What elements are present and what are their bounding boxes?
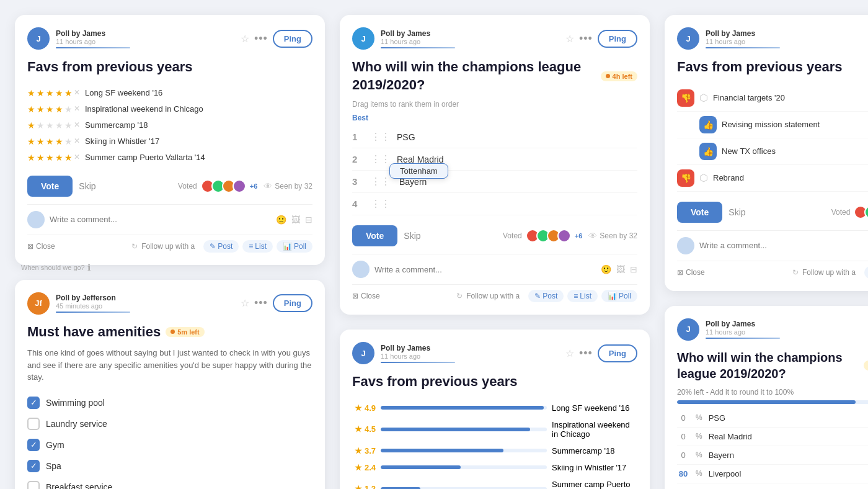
image-icon-2[interactable]: 🖼 (616, 264, 625, 274)
dragging-item: Tottenham (389, 163, 448, 179)
card1-more-button[interactable]: ••• (254, 32, 268, 45)
card3-vote-button[interactable]: Vote (677, 202, 722, 223)
card6-avatar: J (677, 318, 699, 341)
card2-comment-input[interactable] (374, 265, 596, 274)
option-item-1: 👎 ⬡ Financial targets '20 (677, 85, 868, 112)
card1-poll-btn[interactable]: 📊 Poll (277, 240, 312, 253)
result-row-1: ★4.9 Long SF weekend '16 (352, 400, 637, 416)
card2-ping-button[interactable]: Ping (598, 30, 637, 48)
card5-meta: Poll by James 11 hours ago (381, 344, 559, 363)
card1-vote-button[interactable]: Vote (27, 176, 73, 197)
checkbox-item-2: Laundry service (27, 413, 312, 434)
checkbox-item-5: Breakfast service (27, 477, 312, 489)
drag-handle-2[interactable]: ⋮⋮ (371, 153, 391, 165)
card1-close[interactable]: ⊠ Close (27, 242, 55, 251)
champ-item-5: 0 % Man. City (677, 483, 868, 489)
checkbox-spa[interactable]: ✓ (27, 460, 40, 472)
card5-title: Favs from previous years (352, 373, 637, 391)
emoji-icon-2[interactable]: 🙂 (601, 264, 611, 274)
rank-item-4: 4 ⋮⋮ (352, 193, 637, 215)
card1-vote-row: Vote Skip Voted +6 👁 Seen by 32 (27, 176, 312, 197)
card2-time: 11 hours ago (381, 38, 559, 45)
checkbox-item-4: ✓ Spa (27, 455, 312, 477)
card1-underline (56, 47, 130, 48)
card3-avatar: J (677, 27, 699, 50)
card1-actions: ☆ ••• Ping (241, 30, 312, 48)
card-amenities: When should we go? ℹ Jf Poll by Jefferso… (15, 280, 325, 489)
card-champions-results: J Poll by James 11 hours ago ☆ Who will … (665, 306, 868, 489)
card2-close[interactable]: ⊠ Close (352, 292, 380, 300)
card4-ping-button[interactable]: Ping (273, 294, 312, 312)
card5-star-button[interactable]: ☆ (565, 348, 574, 359)
result-bar-1 (378, 400, 549, 416)
emoji-icon[interactable]: 🙂 (276, 215, 286, 225)
card6-title-row: Who will win the champions league 2019/2… (677, 349, 868, 382)
card2-poll-btn[interactable]: 📊 Poll (601, 290, 637, 302)
card2-star-button[interactable]: ☆ (565, 33, 574, 45)
voted-avatars-3 (854, 205, 868, 219)
card1-avatar: J (27, 27, 50, 50)
card3-comment-input[interactable] (699, 241, 868, 250)
card3-vote-row: Vote Skip Voted +2 (677, 202, 868, 223)
card4-poll-by: Poll by Jefferson (56, 294, 234, 302)
rating-item-4: ★ ★ ★ ★ ★ ✕ Skiing in Whistler '17 (27, 133, 312, 150)
checkbox-laundry-service[interactable] (27, 418, 40, 430)
checkbox-item-1: ✓ Swimming pool (27, 392, 312, 413)
card2-title: Who will win the champions league 2019/2… (352, 58, 596, 94)
card2-voted-info: Voted +6 (503, 229, 582, 243)
drag-handle-1[interactable]: ⋮⋮ (371, 131, 391, 143)
card3-skip-button[interactable]: Skip (728, 207, 745, 217)
champ-item-4: 80 % Liverpool (677, 465, 868, 483)
card1-skip-button[interactable]: Skip (79, 181, 95, 191)
result-score-2: ★4.5 (352, 416, 378, 442)
card4-header: Jf Poll by Jefferson 45 minutes ago ☆ ••… (27, 292, 312, 315)
card2-drag-hint: Drag items to rank them in order (352, 100, 637, 109)
card3-comment-avatar (677, 237, 694, 254)
card2-more-button[interactable]: ••• (579, 32, 593, 45)
drag-handle-3[interactable]: ⋮⋮ (371, 176, 391, 187)
card4-context-label: When should we go? ℹ (21, 262, 91, 272)
card4-actions: ☆ ••• Ping (241, 294, 312, 312)
attachment-icon-2[interactable]: ⊟ (630, 264, 637, 274)
attachment-icon[interactable]: ⊟ (305, 215, 312, 225)
thumbup-3: 👍 (699, 143, 717, 160)
result-score-3: ★3.7 (352, 442, 378, 459)
card5-ping-button[interactable]: Ping (598, 344, 637, 362)
result-bar-4 (378, 459, 549, 476)
card2-vote-button[interactable]: Vote (352, 225, 397, 246)
card2-list-btn[interactable]: ≡ List (567, 290, 598, 302)
card3-title: Favs from previous years (677, 58, 868, 76)
card2-post-btn[interactable]: ✎ Post (528, 290, 564, 302)
card4-more-button[interactable]: ••• (254, 297, 268, 310)
card4-title: Must have amenities (27, 323, 161, 341)
card1-ping-button[interactable]: Ping (273, 30, 312, 48)
card2-skip-button[interactable]: Skip (404, 231, 420, 241)
card1-comment-input[interactable] (50, 215, 271, 224)
image-icon[interactable]: 🖼 (291, 215, 300, 225)
card2-underline (381, 47, 455, 48)
rating-stars-1: ★ ★ ★ ★ ★ ✕ (27, 88, 80, 98)
checkbox-swimming-pool[interactable]: ✓ (27, 397, 40, 409)
card2-poll-by: Poll by James (381, 29, 559, 38)
card3-close[interactable]: ⊠ Close (677, 268, 705, 277)
card1-list-btn[interactable]: ≡ List (242, 240, 273, 253)
result-bar-3 (378, 442, 549, 459)
checkbox-gym[interactable]: ✓ (27, 439, 40, 451)
card4-title-row: Must have amenities 5m left (27, 323, 312, 341)
checkbox-breakfast[interactable] (27, 481, 40, 489)
card2-vote-row: Vote Skip Voted +6 👁 Seen by 32 (352, 225, 637, 246)
card4-star-button[interactable]: ☆ (241, 297, 249, 309)
card2-header: J Poll by James 11 hours ago ☆ ••• Ping (352, 27, 637, 50)
card6-timer: 4h left (864, 361, 868, 370)
card3-follow: ↻ Follow up with a (792, 268, 856, 277)
card3-poll-btn[interactable]: 📊 Poll (864, 266, 868, 279)
card1-post-btn[interactable]: ✎ Post (203, 240, 239, 253)
card5-more-button[interactable]: ••• (579, 347, 593, 360)
result-score-5: ★1.2 (352, 476, 378, 489)
drag-handle-4[interactable]: ⋮⋮ (371, 198, 391, 210)
vote-icon-1: ⬡ (699, 92, 708, 104)
card3-time: 11 hours ago (706, 38, 868, 45)
card1-star-button[interactable]: ☆ (241, 33, 249, 45)
card1-footer-btns: ✎ Post ≡ List 📊 Poll (203, 240, 312, 253)
card4-checkbox-list: ✓ Swimming pool Laundry service ✓ Gym ✓ … (27, 392, 312, 489)
